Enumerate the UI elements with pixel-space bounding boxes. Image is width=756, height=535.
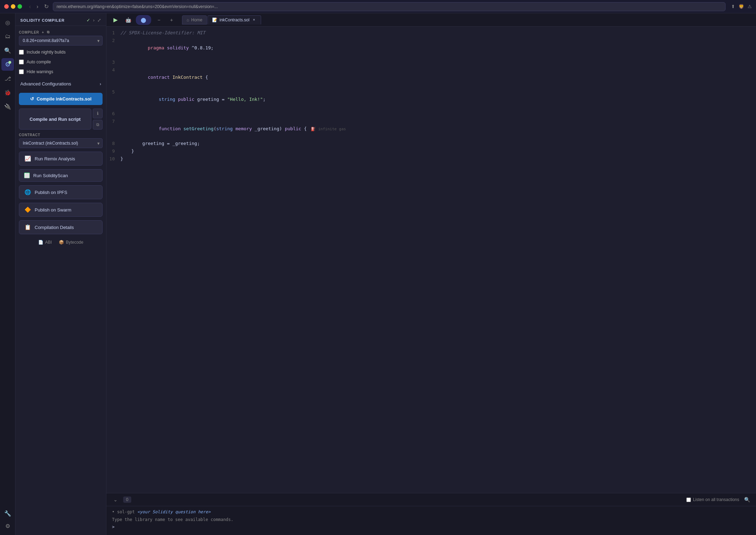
run-button[interactable]: ▶	[111, 15, 120, 25]
sidebar-item-search[interactable]: 🔍	[1, 44, 14, 57]
contract-select-wrap[interactable]: InkContract (inkContracts.sol)	[19, 138, 103, 148]
sidebar-item-files[interactable]: 🗂	[1, 30, 14, 43]
listen-transactions-row[interactable]: Listen on all transactions	[686, 497, 739, 502]
compile-run-button[interactable]: Compile and Run script	[19, 109, 91, 130]
url-bar[interactable]: remix.ethereum.org/#lang=en&optimize=fal…	[53, 2, 726, 11]
scan-icon: ⬜	[24, 173, 30, 178]
include-nightly-row[interactable]: Include nightly builds	[19, 49, 103, 55]
zoom-in-button[interactable]: +	[167, 15, 176, 25]
alert-icon[interactable]: ⚠	[748, 4, 752, 9]
publish-swarm-button[interactable]: 🔶 Publish on Swarm	[19, 203, 103, 217]
abi-bytecode-row: 📄 ABI 📦 Bytecode	[19, 238, 103, 247]
search-terminal-button[interactable]: 🔍	[742, 495, 752, 505]
editor-tabs: ⌂ Home 📝 inkContracts.sol ×	[182, 15, 261, 25]
abi-copy-icon: 📄	[38, 240, 43, 245]
zoom-out-button[interactable]: −	[154, 15, 164, 25]
publish-ipfs-button[interactable]: 🌐 Publish on IPFS	[19, 185, 103, 199]
compile-button-label: Compile inkContracts.sol	[37, 96, 92, 102]
check-icon: ✓	[86, 18, 90, 23]
bytecode-button[interactable]: 📦 Bytecode	[59, 240, 83, 245]
sidebar-item-logo[interactable]: ◎	[1, 16, 14, 29]
listen-transactions-checkbox[interactable]	[686, 498, 691, 502]
share-icon[interactable]: ⬆	[731, 4, 735, 9]
terminal-line-2: Type the library name to see available c…	[112, 516, 750, 524]
sidebar-item-settings[interactable]: ⚙	[1, 520, 14, 532]
code-line-10: 10 }	[106, 155, 756, 163]
auto-compile-row[interactable]: Auto compile	[19, 59, 103, 65]
hide-warnings-label: Hide warnings	[27, 69, 53, 74]
fullscreen-traffic-light[interactable]	[18, 4, 22, 9]
tab-close-icon[interactable]: ×	[252, 18, 257, 22]
copy-compiler-icon[interactable]: ⧉	[47, 30, 50, 34]
bottom-panel: ⌄ 0 Listen on all transactions 🔍 • sol-g…	[106, 493, 756, 535]
refresh-button[interactable]: ↻	[43, 2, 50, 11]
hide-warnings-checkbox[interactable]	[19, 69, 24, 74]
hide-warnings-row[interactable]: Hide warnings	[19, 69, 103, 75]
include-nightly-checkbox[interactable]	[19, 50, 24, 55]
advanced-configs[interactable]: Advanced Configurations ›	[19, 78, 103, 89]
plugins-icon: 🔌	[4, 103, 11, 110]
compile-run-actions: ℹ ⧉	[93, 109, 103, 130]
titlebar: ‹ › ↻ remix.ethereum.org/#lang=en&optimi…	[0, 0, 756, 13]
collapse-bottom-button[interactable]: ⌄	[111, 495, 120, 505]
tab-inkcontracts[interactable]: 📝 inkContracts.sol ×	[208, 15, 261, 25]
minimize-traffic-light[interactable]	[11, 4, 15, 9]
debug-icon: 🐞	[4, 89, 11, 96]
sidebar-item-debug[interactable]: 🐞	[1, 86, 14, 99]
abi-button[interactable]: 📄 ABI	[38, 240, 52, 245]
sidebar-item-git[interactable]: ⎇	[1, 72, 14, 85]
home-tab-label: Home	[191, 18, 202, 22]
file-tab-label: inkContracts.sol	[219, 18, 249, 22]
bottom-count: 0	[123, 496, 131, 503]
code-line-3: 3	[106, 59, 756, 67]
publish-swarm-label: Publish on Swarm	[35, 207, 71, 213]
code-editor[interactable]: 1 // SPDX-License-Identifier: MIT 2 prag…	[106, 27, 756, 493]
sidebar-title: SOLIDITY COMPILER	[20, 18, 65, 22]
sidebar-item-compiler[interactable]: ⚙	[1, 58, 14, 71]
expand-icon[interactable]: ⤢	[97, 18, 101, 23]
compiler-section: COMPILER + ⧉ 0.8.26+commit.8a97fa7a	[19, 30, 103, 46]
compilation-details-label: Compilation Details	[35, 225, 74, 230]
contract-section: CONTRACT InkContract (inkContracts.sol)	[19, 133, 103, 148]
swarm-icon: 🔶	[24, 206, 31, 213]
brave-icon[interactable]: 🦁	[738, 4, 744, 9]
compile-button[interactable]: ↺ Compile inkContracts.sol	[19, 93, 103, 105]
icon-bar-bottom: 🔧 ⚙	[1, 507, 14, 532]
compiler-label: COMPILER + ⧉	[19, 30, 103, 34]
run-remix-analysis-label: Run Remix Analysis	[35, 156, 75, 161]
terminal-line-1: • sol-gpt <your Solidity question here>	[112, 508, 750, 516]
add-compiler-icon[interactable]: +	[42, 30, 44, 34]
sidebar-content: COMPILER + ⧉ 0.8.26+commit.8a97fa7a Incl…	[15, 26, 106, 251]
code-line-9: 9 }	[106, 148, 756, 155]
compile-run-copy-button[interactable]: ⧉	[93, 120, 103, 130]
tab-home[interactable]: ⌂ Home	[182, 15, 207, 25]
sidebar-item-wrench[interactable]: 🔧	[1, 507, 14, 520]
close-traffic-light[interactable]	[4, 4, 9, 9]
include-nightly-label: Include nightly builds	[27, 50, 65, 55]
run-remix-analysis-button[interactable]: 📈 Run Remix Analysis	[19, 152, 103, 166]
back-button[interactable]: ‹	[28, 3, 32, 11]
files-icon: 🗂	[5, 33, 10, 40]
advanced-configs-label: Advanced Configurations	[20, 81, 71, 86]
run-solidity-scan-button[interactable]: ⬜ Run SolidityScan	[19, 169, 103, 182]
contract-select[interactable]: InkContract (inkContracts.sol)	[19, 138, 103, 148]
compilation-details-button[interactable]: 📋 Compilation Details	[19, 220, 103, 234]
remix-logo-icon: ◎	[5, 19, 10, 26]
toggle-button[interactable]: ⬤	[136, 15, 151, 25]
arrow-right-icon[interactable]: ›	[93, 18, 94, 23]
compiler-version-select-wrap[interactable]: 0.8.26+commit.8a97fa7a	[19, 36, 103, 46]
forward-button[interactable]: ›	[35, 3, 40, 11]
publish-ipfs-label: Publish on IPFS	[35, 190, 67, 195]
compile-run-info-button[interactable]: ℹ	[93, 109, 103, 118]
details-icon: 📋	[24, 224, 31, 231]
sidebar-panel: SOLIDITY COMPILER ✓ › ⤢ COMPILER + ⧉ 0.8…	[15, 13, 106, 535]
sidebar-item-plugins[interactable]: 🔌	[1, 100, 14, 113]
auto-compile-checkbox[interactable]	[19, 60, 24, 64]
editor-area: ▶ 🤖 ⬤ − + ⌂ Home 📝 inkContracts.sol × 1	[106, 13, 756, 535]
compiler-version-select[interactable]: 0.8.26+commit.8a97fa7a	[19, 36, 103, 46]
search-icon: 🔍	[4, 47, 11, 54]
code-line-2: 2 pragma solidity ^0.8.19;	[106, 37, 756, 59]
robot-button[interactable]: 🤖	[123, 15, 133, 25]
home-tab-icon: ⌂	[187, 18, 189, 22]
ipfs-icon: 🌐	[24, 189, 31, 196]
